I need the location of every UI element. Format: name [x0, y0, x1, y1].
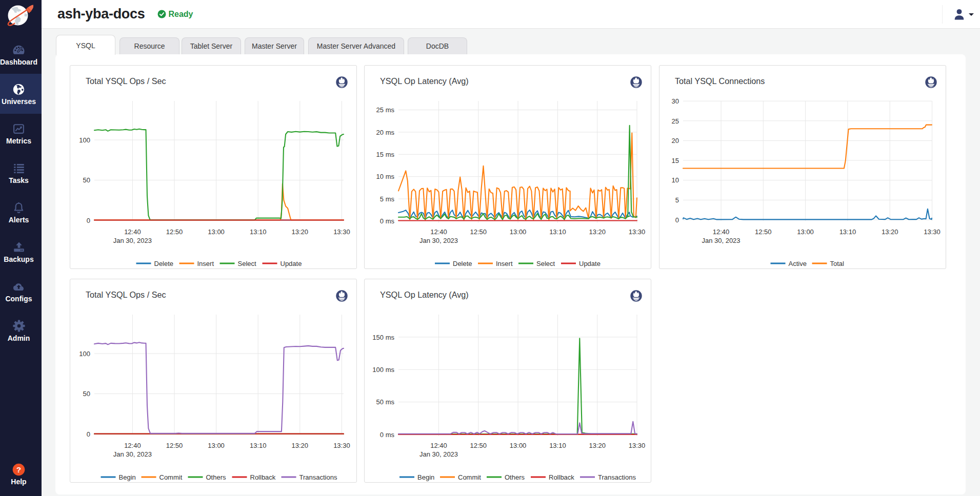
svg-text:Insert: Insert: [197, 260, 214, 267]
svg-text:100: 100: [79, 136, 90, 144]
svg-text:Active: Active: [789, 260, 807, 267]
svg-text:0 ms: 0 ms: [380, 217, 395, 225]
svg-text:25 ms: 25 ms: [376, 106, 395, 114]
svg-text:12:40: 12:40: [430, 228, 447, 236]
svg-text:Begin: Begin: [417, 473, 434, 481]
svg-text:30: 30: [672, 97, 679, 105]
svg-text:10: 10: [672, 176, 679, 184]
svg-text:13:00: 13:00: [797, 228, 814, 236]
svg-text:50 ms: 50 ms: [376, 398, 395, 406]
svg-text:12:40: 12:40: [124, 228, 141, 236]
svg-text:Others: Others: [206, 473, 227, 481]
svg-text:13:30: 13:30: [629, 228, 646, 236]
svg-text:50: 50: [83, 390, 90, 398]
svg-text:Rollback: Rollback: [549, 473, 574, 481]
svg-text:0: 0: [675, 216, 679, 224]
svg-text:100 ms: 100 ms: [372, 366, 394, 374]
svg-text:Delete: Delete: [453, 260, 472, 267]
svg-text:25: 25: [672, 117, 679, 125]
svg-text:12:40: 12:40: [124, 442, 141, 449]
svg-text:12:50: 12:50: [470, 228, 487, 236]
svg-text:Jan 30, 2023: Jan 30, 2023: [113, 237, 152, 244]
svg-text:13:20: 13:20: [292, 228, 309, 236]
svg-text:12:50: 12:50: [755, 228, 772, 236]
svg-text:13:30: 13:30: [333, 228, 350, 236]
svg-text:0: 0: [87, 430, 90, 438]
svg-text:5: 5: [675, 196, 679, 204]
svg-text:Jan 30, 2023: Jan 30, 2023: [419, 450, 458, 458]
svg-text:13:30: 13:30: [924, 228, 941, 236]
svg-text:Jan 30, 2023: Jan 30, 2023: [113, 450, 152, 458]
svg-text:12:50: 12:50: [166, 228, 183, 236]
svg-text:Begin: Begin: [119, 473, 136, 481]
svg-text:13:10: 13:10: [549, 442, 566, 449]
svg-text:Select: Select: [238, 260, 257, 267]
svg-text:12:40: 12:40: [430, 442, 447, 449]
svg-text:13:00: 13:00: [510, 228, 527, 236]
svg-text:5 ms: 5 ms: [380, 195, 395, 203]
svg-text:10 ms: 10 ms: [376, 173, 395, 180]
svg-text:Update: Update: [579, 260, 601, 267]
svg-text:Insert: Insert: [496, 260, 513, 267]
svg-text:20: 20: [672, 137, 679, 144]
svg-text:50: 50: [83, 176, 90, 184]
svg-text:Select: Select: [536, 260, 555, 267]
svg-text:13:00: 13:00: [208, 442, 225, 449]
svg-text:Others: Others: [505, 473, 525, 481]
svg-text:15: 15: [672, 157, 679, 164]
svg-text:Delete: Delete: [154, 260, 174, 267]
svg-text:13:10: 13:10: [549, 228, 566, 236]
svg-text:Rollback: Rollback: [250, 473, 276, 481]
svg-text:15 ms: 15 ms: [376, 151, 395, 158]
svg-text:13:10: 13:10: [250, 228, 267, 236]
svg-text:13:20: 13:20: [292, 442, 309, 449]
svg-text:13:00: 13:00: [510, 442, 527, 449]
svg-text:?: ?: [16, 465, 21, 474]
svg-text:12:50: 12:50: [470, 442, 487, 449]
svg-text:Transactions: Transactions: [299, 473, 337, 481]
svg-text:Commit: Commit: [159, 473, 183, 481]
svg-text:Transactions: Transactions: [598, 473, 636, 481]
svg-text:13:20: 13:20: [589, 442, 606, 449]
svg-text:Commit: Commit: [458, 473, 481, 481]
svg-text:13:20: 13:20: [882, 228, 898, 236]
svg-text:100: 100: [79, 350, 90, 358]
svg-text:12:50: 12:50: [166, 442, 183, 449]
svg-text:13:00: 13:00: [208, 228, 225, 236]
svg-text:13:10: 13:10: [250, 442, 267, 449]
svg-text:Jan 30, 2023: Jan 30, 2023: [702, 237, 740, 244]
svg-text:20 ms: 20 ms: [376, 129, 395, 136]
svg-text:Update: Update: [281, 260, 302, 267]
svg-text:13:30: 13:30: [333, 442, 350, 449]
svg-text:150 ms: 150 ms: [372, 334, 394, 341]
svg-text:0 ms: 0 ms: [380, 431, 395, 439]
svg-text:Jan 30, 2023: Jan 30, 2023: [419, 237, 458, 244]
svg-text:13:10: 13:10: [839, 228, 856, 236]
svg-text:13:30: 13:30: [629, 442, 646, 449]
svg-text:0: 0: [87, 217, 90, 224]
svg-text:Total: Total: [830, 260, 845, 267]
svg-text:12:40: 12:40: [713, 228, 730, 236]
svg-text:13:20: 13:20: [589, 228, 606, 236]
